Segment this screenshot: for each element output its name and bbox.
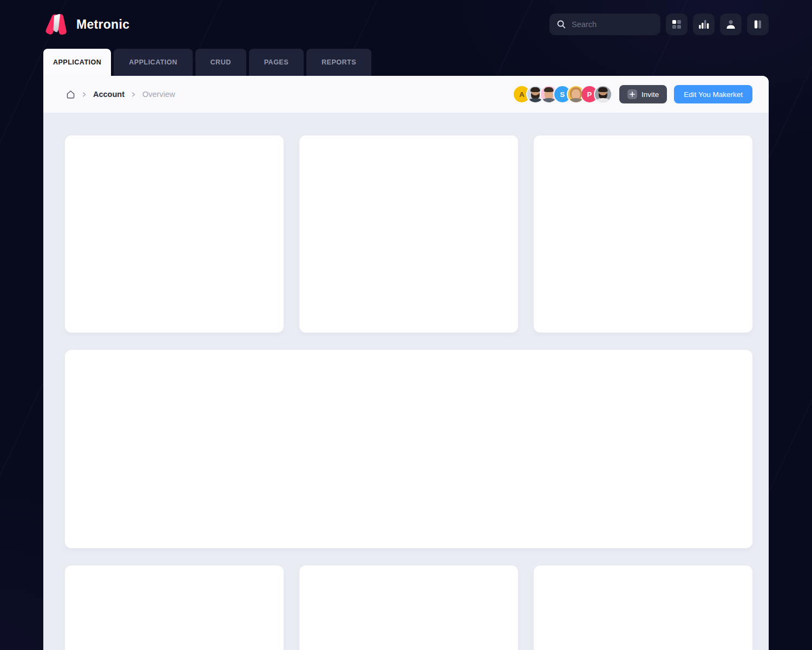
apps-grid-icon — [671, 18, 683, 30]
metronic-logo-icon — [43, 12, 70, 37]
apps-grid-button[interactable] — [666, 14, 687, 35]
tab-application[interactable]: APPLICATION — [114, 49, 192, 76]
brand-name: Metronic — [76, 17, 129, 32]
search-box[interactable] — [549, 14, 660, 35]
card-empty-6 — [534, 566, 752, 650]
avatar-group: A S P — [513, 85, 612, 103]
brand-logo[interactable]: Metronic — [43, 12, 129, 37]
edit-market-button-label: Edit You Makerket — [684, 90, 743, 99]
bar-chart-button[interactable] — [693, 14, 715, 35]
card-empty-3 — [534, 135, 752, 333]
card-grid — [43, 113, 769, 650]
main-tabs: APPLICATION APPLICATION CRUD PAGES REPOR… — [0, 49, 812, 76]
toolbar-actions: A S P Invite — [513, 85, 752, 103]
top-card-row — [65, 135, 752, 333]
tab-crud[interactable]: CRUD — [195, 49, 246, 76]
avatar-photo-bearded-man[interactable] — [594, 85, 612, 103]
bottom-card-row — [65, 566, 752, 650]
tab-pages[interactable]: PAGES — [249, 49, 304, 76]
toolbar: Account Overview A S P — [43, 76, 769, 113]
top-bar: Metronic — [0, 0, 812, 49]
tab-application-active[interactable]: APPLICATION — [43, 49, 111, 76]
card-empty-2 — [299, 135, 518, 333]
search-input[interactable] — [572, 20, 673, 29]
user-button[interactable] — [720, 14, 742, 35]
card-empty-wide — [65, 350, 752, 548]
user-icon — [725, 18, 737, 30]
top-bar-actions — [549, 14, 769, 35]
card-empty-5 — [299, 566, 518, 650]
card-empty-4 — [65, 566, 284, 650]
breadcrumb: Account Overview — [66, 90, 175, 99]
split-columns-button[interactable] — [747, 14, 769, 35]
search-icon — [556, 20, 566, 29]
chevron-right-icon — [131, 92, 136, 97]
breadcrumb-overview: Overview — [142, 90, 175, 99]
split-columns-icon — [752, 18, 764, 30]
breadcrumb-account[interactable]: Account — [93, 90, 125, 99]
card-empty-1 — [65, 135, 284, 333]
invite-button-label: Invite — [641, 90, 659, 99]
invite-button[interactable]: Invite — [619, 85, 667, 103]
home-icon[interactable] — [66, 90, 75, 99]
tab-reports[interactable]: REPORTS — [306, 49, 371, 76]
content-panel: Account Overview A S P — [43, 76, 769, 650]
plus-icon — [627, 89, 637, 99]
edit-market-button[interactable]: Edit You Makerket — [674, 85, 752, 103]
chevron-right-icon — [82, 92, 87, 97]
bar-chart-icon — [698, 18, 710, 30]
wide-card-row — [65, 350, 752, 548]
